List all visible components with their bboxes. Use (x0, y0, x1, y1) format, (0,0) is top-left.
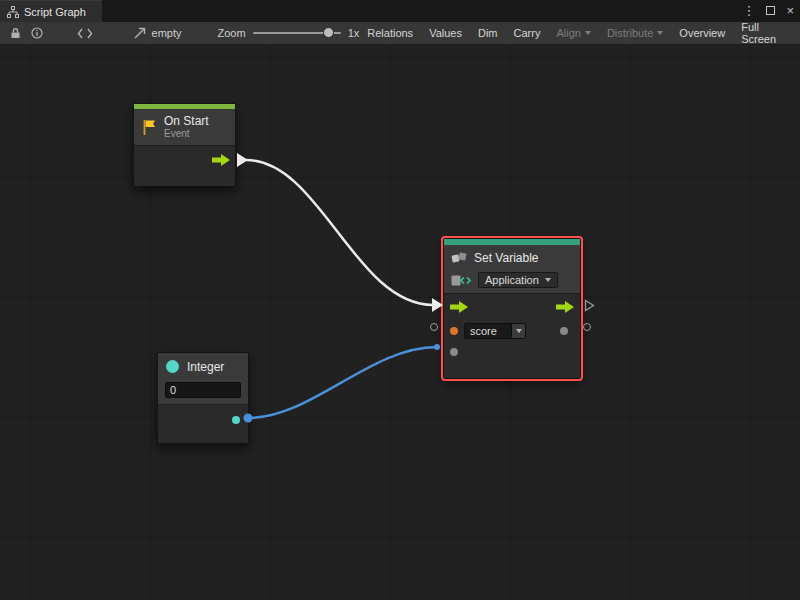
script-graph-window: Script Graph ⋮ × (0, 0, 800, 600)
toolbar-button-dim[interactable]: Dim (470, 22, 506, 44)
wire-value-integer-to-setvariable[interactable] (248, 347, 437, 418)
variable-scope-label: Application (485, 274, 539, 286)
flag-icon (142, 119, 157, 136)
code-icon (77, 28, 93, 39)
zoom-slider[interactable] (253, 32, 341, 34)
selection-indicator: empty (134, 27, 182, 39)
node-footer (158, 431, 248, 443)
inspect-button[interactable] (27, 22, 49, 44)
titlebar: Script Graph ⋮ × (0, 0, 800, 22)
wires-layer (0, 45, 800, 600)
toolbar-button-distribute-label: Distribute (607, 27, 653, 39)
flow-output-port[interactable] (212, 154, 230, 166)
zoom-control: Zoom 1x (218, 27, 360, 39)
toolbar-button-overview[interactable]: Overview (671, 22, 733, 44)
maximize-icon (766, 6, 775, 15)
csharp-preview-button[interactable] (74, 22, 96, 44)
window-menu-button[interactable]: ⋮ (742, 0, 755, 22)
close-button[interactable]: × (786, 0, 794, 22)
toolbar-button-align-label: Align (556, 27, 580, 39)
integer-icon (165, 359, 180, 374)
external-value-port-left[interactable] (430, 323, 438, 331)
node-set-variable[interactable]: Set Variable Application (443, 238, 581, 379)
tab-script-graph[interactable]: Script Graph (0, 0, 102, 22)
zoom-slider-handle[interactable] (323, 27, 334, 38)
node-subtitle: Event (164, 128, 209, 140)
flow-output-port[interactable] (556, 301, 574, 313)
integer-output-port[interactable] (232, 416, 240, 424)
flow-input-port[interactable] (450, 301, 468, 313)
wire-flow-onstart-to-setvariable[interactable] (246, 160, 433, 305)
variable-name-value: score (465, 324, 511, 338)
value-input-port[interactable] (450, 348, 458, 356)
variable-output-port[interactable] (560, 327, 568, 335)
toolbar-button-distribute[interactable]: Distribute (599, 22, 671, 44)
integer-ports (158, 405, 248, 431)
chevron-down-icon (516, 329, 522, 333)
tab-title: Script Graph (24, 6, 86, 18)
integer-value-field[interactable] (165, 382, 241, 398)
lock-icon (10, 27, 21, 39)
on-start-ports (134, 146, 235, 186)
chevron-down-icon (585, 31, 591, 35)
selection-label: empty (152, 27, 182, 39)
lock-button[interactable] (5, 22, 27, 44)
value-input-row (444, 342, 580, 362)
variables-icon (451, 251, 468, 265)
wire-flow-end-arrow (432, 298, 443, 312)
zoom-label: Zoom (218, 27, 246, 39)
info-icon (31, 27, 43, 39)
toolbar-button-carry[interactable]: Carry (506, 22, 549, 44)
toolbar-button-relations[interactable]: Relations (359, 22, 421, 44)
graph-toolbar: empty Zoom 1x Relations Values Dim Carry… (0, 22, 800, 45)
toolbar-button-fullscreen[interactable]: Full Screen (733, 22, 795, 44)
flow-port-row (444, 294, 580, 320)
toolbar-button-values[interactable]: Values (421, 22, 470, 44)
window-controls: ⋮ × (742, 0, 794, 22)
variable-scope-dropdown[interactable]: Application (478, 272, 558, 288)
node-title: On Start (164, 114, 209, 128)
node-integer[interactable]: Integer (157, 352, 249, 444)
combo-caret-button[interactable] (511, 324, 525, 338)
node-title: Integer (187, 360, 224, 374)
external-value-port-right[interactable] (583, 323, 591, 331)
zoom-value: 1x (348, 27, 360, 39)
toolbar-button-align[interactable]: Align (548, 22, 598, 44)
wire-flow-start-arrow (237, 153, 248, 167)
maximize-button[interactable] (766, 0, 775, 22)
wire-value-end-dot (434, 344, 440, 350)
node-footer (444, 362, 580, 378)
chevron-down-icon (545, 278, 551, 282)
variable-name-port[interactable] (450, 327, 458, 335)
on-start-header: On Start Event (134, 109, 235, 146)
set-variable-header: Set Variable Application (444, 245, 580, 294)
node-title: Set Variable (474, 251, 538, 265)
graph-canvas[interactable]: On Start Event Set Variable (0, 45, 800, 600)
node-on-start[interactable]: On Start Event (133, 103, 236, 187)
external-flow-port[interactable] (584, 299, 595, 312)
variable-name-dropdown[interactable]: score (464, 323, 526, 339)
pointer-icon (134, 27, 147, 39)
graph-icon (7, 6, 19, 18)
code-box-icon (451, 274, 472, 287)
integer-header: Integer (158, 353, 248, 405)
chevron-down-icon (657, 31, 663, 35)
variable-name-row: score (444, 320, 580, 342)
toolbar-buttons: Relations Values Dim Carry Align Distrib… (359, 22, 795, 44)
